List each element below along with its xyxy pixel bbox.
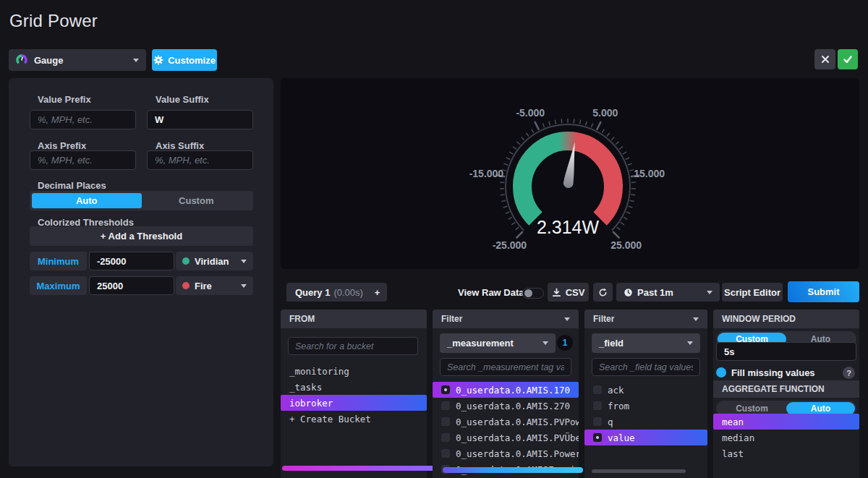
checkbox-icon[interactable] — [441, 449, 450, 458]
csv-download-button[interactable]: CSV — [548, 283, 589, 302]
window-period-column: WINDOW PERIOD Custom Auto Fill missing v… — [713, 310, 859, 478]
measurement-item[interactable]: 0_userdata.0.AMIS.PVÜbers… — [433, 430, 579, 445]
checkbox-icon[interactable] — [593, 385, 602, 394]
checkbox-icon[interactable] — [441, 417, 450, 426]
measurement-item-label: 0_userdata.0.AMIS.270 — [456, 401, 570, 411]
measurement-item[interactable]: 0_userdata.0.AMIS.Power — [433, 445, 579, 461]
measurement-item[interactable]: 0_userdata.0.AMIS.270 — [433, 398, 579, 414]
from-header: FROM — [281, 310, 427, 328]
selected-count-badge: 1 — [557, 335, 573, 351]
refresh-button[interactable] — [593, 283, 613, 302]
customize-label: Customize — [168, 55, 216, 66]
minimum-button[interactable]: Minimum — [30, 252, 87, 270]
close-icon — [821, 55, 830, 64]
field-search-input[interactable] — [592, 358, 700, 376]
time-range-label: Past 1m — [637, 287, 673, 298]
viridian-color-dot — [182, 257, 190, 265]
checkbox-checked-icon[interactable] — [441, 385, 450, 394]
query-tab[interactable]: Query 1 (0.00s) — [286, 283, 372, 302]
decimal-auto-option[interactable]: Auto — [32, 193, 142, 208]
chevron-down-icon — [542, 341, 548, 345]
field-item-selected[interactable]: value — [584, 430, 707, 445]
measurement-key-dropdown[interactable]: _measurement — [440, 333, 556, 353]
download-icon — [552, 288, 561, 297]
maximum-button[interactable]: Maximum — [30, 276, 87, 295]
field-item[interactable]: ack — [584, 382, 707, 398]
svg-text:15.000: 15.000 — [634, 168, 665, 179]
axis-prefix-label: Axis Prefix — [38, 140, 86, 151]
bucket-item-selected[interactable]: iobroker — [281, 395, 427, 411]
checkbox-checked-icon[interactable] — [593, 433, 602, 442]
submit-button[interactable]: Submit — [788, 281, 859, 302]
chevron-down-icon — [687, 341, 693, 345]
view-raw-data-toggle[interactable] — [522, 288, 544, 299]
checkbox-icon[interactable] — [593, 401, 602, 410]
measurement-item[interactable]: 0_userdata.0.AMIS.PVPower — [433, 414, 579, 430]
gauge-chart: -25.000-15.000-5.0005.00015.00025.0002.3… — [281, 78, 859, 269]
axis-suffix-input[interactable] — [147, 150, 253, 170]
confirm-button[interactable] — [838, 49, 858, 69]
value-suffix-label: Value Suffix — [156, 94, 209, 105]
minimum-color-dropdown[interactable]: Viridian — [176, 252, 253, 270]
svg-text:-25.000: -25.000 — [493, 239, 527, 251]
measurement-item-label: 0_userdata.0.AMIS.170 — [456, 385, 570, 396]
minimum-value-input[interactable] — [89, 252, 174, 270]
bucket-item[interactable]: _tasks — [281, 379, 427, 395]
query-tab-duration: (0.00s) — [333, 287, 362, 298]
help-icon[interactable]: ? — [843, 367, 855, 379]
svg-text:2.314W: 2.314W — [537, 217, 600, 237]
gauge-icon — [16, 54, 27, 66]
checkbox-icon[interactable] — [593, 417, 602, 426]
aggregate-function-header: AGGREGATE FUNCTION — [713, 380, 859, 398]
field-item[interactable]: q — [584, 414, 707, 430]
measurement-item-selected[interactable]: 0_userdata.0.AMIS.170 — [433, 382, 579, 398]
filter-header[interactable]: Filter — [433, 310, 579, 328]
checkbox-icon[interactable] — [441, 433, 450, 442]
add-query-button[interactable]: + — [367, 283, 387, 302]
bucket-search-input[interactable] — [288, 337, 418, 355]
maximum-color-dropdown[interactable]: Fire — [176, 276, 253, 295]
measurement-search-input[interactable] — [440, 358, 571, 376]
fill-missing-values-toggle[interactable] — [716, 367, 726, 377]
fill-missing-values-label: Fill missing values — [731, 367, 815, 378]
viz-type-label: Gauge — [34, 55, 63, 66]
time-range-dropdown[interactable]: Past 1m — [616, 283, 720, 302]
aggregate-function[interactable]: last — [713, 445, 859, 461]
value-prefix-input[interactable] — [30, 110, 136, 129]
checkbox-icon[interactable] — [441, 401, 450, 410]
maximum-value-input[interactable] — [89, 276, 174, 295]
measurement-item-label: 0_userdata.0.AMIS.PVPower — [456, 417, 579, 427]
create-bucket-button[interactable]: + Create Bucket — [281, 411, 427, 427]
script-editor-button[interactable]: Script Editor — [722, 283, 783, 302]
from-scrollbar[interactable] — [282, 466, 435, 471]
svg-text:-15.000: -15.000 — [469, 168, 504, 179]
value-suffix-input[interactable] — [147, 110, 253, 129]
measurement-key-label: _measurement — [447, 338, 514, 349]
svg-text:-5.000: -5.000 — [516, 107, 545, 119]
add-threshold-button[interactable]: + Add a Threshold — [30, 226, 253, 246]
window-period-input[interactable] — [716, 342, 856, 361]
viz-type-dropdown[interactable]: Gauge — [9, 49, 146, 71]
decimal-places-label: Decimal Places — [38, 180, 106, 191]
check-icon — [843, 54, 853, 64]
svg-text:25.000: 25.000 — [610, 239, 642, 251]
axis-prefix-input[interactable] — [30, 150, 136, 170]
chevron-down-icon — [133, 59, 139, 62]
field-key-dropdown[interactable]: _field — [592, 333, 700, 353]
aggregate-function-selected[interactable]: mean — [713, 414, 859, 430]
aggregate-function[interactable]: median — [713, 430, 859, 445]
from-column: FROM _monitoring _tasks iobroker + Creat… — [281, 310, 427, 478]
decimal-custom-option[interactable]: Custom — [142, 193, 252, 208]
filter-header-label: Filter — [441, 314, 462, 324]
view-raw-data-label: View Raw Data — [458, 287, 524, 298]
customize-button[interactable]: Customize — [152, 49, 217, 71]
bucket-item[interactable]: _monitoring — [281, 363, 427, 379]
measurement-item-label: 0_userdata.0.AMIS.PVÜbers… — [456, 432, 579, 443]
field-scrollbar[interactable] — [592, 469, 686, 473]
measurement-scrollbar[interactable] — [443, 467, 583, 473]
cancel-button[interactable] — [814, 49, 835, 69]
field-item[interactable]: from — [584, 398, 707, 414]
axis-suffix-label: Axis Suffix — [156, 140, 204, 151]
measurement-filter-column: Filter _measurement 1 0_userdata.0.AMIS.… — [433, 310, 579, 478]
filter-header[interactable]: Filter — [584, 310, 707, 328]
